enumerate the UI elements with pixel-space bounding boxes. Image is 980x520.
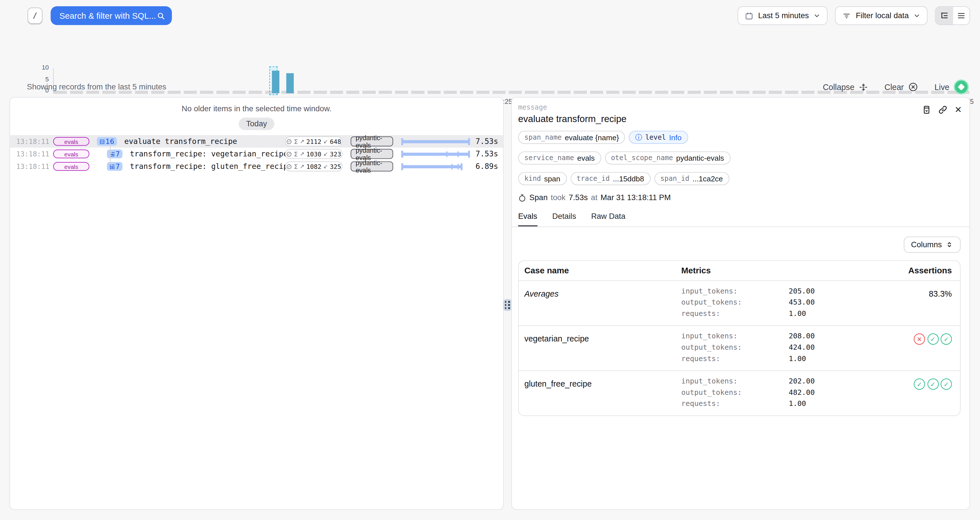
otel-scope-name-tag[interactable]: otel_scope_name pydantic-evals bbox=[605, 151, 730, 164]
token-usage-pill[interactable]: Σ ↗1082 ↙325 bbox=[285, 161, 342, 171]
tree-view-toggle[interactable] bbox=[936, 7, 953, 24]
timing-took-word: took bbox=[551, 193, 565, 202]
chevron-down-icon bbox=[814, 13, 820, 19]
level-tag[interactable]: ⓘ level Info bbox=[629, 131, 688, 144]
coin-icon bbox=[286, 151, 292, 157]
evals-table-header: Case name Metrics Assertions bbox=[519, 261, 960, 281]
header-case-name: Case name bbox=[519, 266, 681, 275]
metric-label: requests: bbox=[681, 309, 789, 318]
date-separator-pill: Today bbox=[239, 118, 275, 130]
collapse-button[interactable]: Collapse bbox=[823, 82, 868, 92]
token-usage-pill[interactable]: Σ ↗1030 ↙323 bbox=[285, 149, 342, 159]
tag-key: trace_id bbox=[576, 175, 610, 183]
top-bar: / Search & filter with SQL... Last 5 min… bbox=[0, 0, 980, 31]
arrow-up-right-icon: ↗ bbox=[300, 138, 305, 145]
live-indicator-icon[interactable] bbox=[954, 80, 969, 94]
metric-value: 1.00 bbox=[789, 355, 806, 363]
tree-connector bbox=[110, 145, 114, 166]
metric-value: 205.00 bbox=[789, 287, 815, 295]
evals-tag-badge[interactable]: evals bbox=[53, 162, 89, 171]
slash-shortcut-key[interactable]: / bbox=[27, 7, 43, 24]
assertion-pass-icon[interactable]: ✓ bbox=[927, 378, 939, 390]
sigma-icon: Σ bbox=[294, 163, 298, 170]
search-input[interactable]: Search & filter with SQL... bbox=[51, 6, 172, 25]
assertion-pass-icon[interactable]: ✓ bbox=[914, 378, 925, 390]
view-mode-toggle bbox=[935, 6, 970, 25]
header-metrics: Metrics bbox=[681, 266, 891, 275]
tag-value: ...1ca2ce bbox=[692, 174, 723, 183]
metric-label: output_tokens: bbox=[681, 343, 789, 352]
output-tokens: 323 bbox=[330, 150, 341, 157]
assertion-pass-icon[interactable]: ✓ bbox=[940, 378, 952, 390]
live-label: Live bbox=[934, 82, 950, 92]
span-name: evaluate transform_recipe bbox=[124, 137, 237, 146]
service-name-tag[interactable]: service_name evals bbox=[518, 151, 601, 164]
duration-bar bbox=[401, 150, 471, 158]
panel-resize-handle[interactable] bbox=[503, 299, 512, 311]
tab-details[interactable]: Details bbox=[552, 212, 576, 227]
duration-label: 6.89s bbox=[476, 162, 498, 171]
duration-bar bbox=[401, 138, 471, 145]
clear-label: Clear bbox=[885, 82, 904, 92]
metric-label: input_tokens: bbox=[681, 332, 789, 340]
row-timestamp: 13:18:11 bbox=[16, 163, 45, 171]
columns-button-label: Columns bbox=[911, 240, 942, 249]
input-tokens: 1030 bbox=[306, 150, 321, 157]
tab-evals[interactable]: Evals bbox=[518, 212, 537, 227]
trace-row-child[interactable]: 13:18:11 evals ⊞7 transform_recipe: vege… bbox=[10, 148, 503, 160]
trace-id-tag[interactable]: trace_id ...15ddb8 bbox=[570, 172, 650, 185]
search-icon bbox=[157, 12, 165, 20]
trace-list-panel: No older items in the selected time wind… bbox=[10, 97, 504, 510]
close-panel-icon[interactable]: ✕ bbox=[955, 104, 962, 114]
filter-local-data-select[interactable]: Filter local data bbox=[835, 6, 928, 25]
time-range-select[interactable]: Last 5 minutes bbox=[738, 6, 828, 25]
output-tokens: 325 bbox=[330, 163, 341, 170]
arrow-up-right-icon: ↗ bbox=[300, 151, 305, 157]
trace-row-root[interactable]: 13:18:11 evals ⊟16 evaluate transform_re… bbox=[10, 135, 503, 148]
row-timestamp: 13:18:11 bbox=[16, 137, 45, 146]
metric-label: requests: bbox=[681, 400, 789, 408]
span-name-tag[interactable]: span_name evaluate {name} bbox=[518, 131, 625, 144]
table-row-averages[interactable]: Averages input_tokens:205.00 output_toke… bbox=[519, 281, 960, 326]
y-axis-tick: 10 bbox=[31, 64, 49, 71]
assertion-pass-icon[interactable]: ✓ bbox=[940, 333, 952, 345]
assertion-fail-icon[interactable]: ✕ bbox=[914, 333, 925, 345]
tab-raw-data[interactable]: Raw Data bbox=[591, 212, 625, 227]
columns-button[interactable]: Columns bbox=[904, 236, 961, 253]
live-toggle[interactable]: Live bbox=[934, 80, 969, 94]
otel-scope-badge[interactable]: pydantic-evals bbox=[351, 137, 393, 146]
chevron-down-icon bbox=[914, 13, 920, 19]
chevron-up-down-icon bbox=[946, 241, 953, 248]
expand-children-toggle[interactable]: ⊞7 bbox=[107, 149, 123, 158]
child-count: 7 bbox=[115, 150, 120, 158]
table-row-case[interactable]: vegetarian_recipe input_tokens:208.00 ou… bbox=[519, 326, 960, 371]
otel-scope-badge[interactable]: pydantic-evals bbox=[351, 161, 393, 171]
metric-label: output_tokens: bbox=[681, 298, 789, 306]
otel-scope-badge[interactable]: pydantic-evals bbox=[351, 149, 393, 159]
empty-notice: No older items in the selected time wind… bbox=[10, 104, 503, 113]
expand-children-toggle[interactable]: ⊞7 bbox=[107, 162, 123, 171]
metric-value: 208.00 bbox=[789, 332, 815, 340]
table-row-case[interactable]: gluten_free_recipe input_tokens:202.00 o… bbox=[519, 371, 960, 415]
kind-tag[interactable]: kind span bbox=[518, 172, 566, 185]
tag-value: ...15ddb8 bbox=[613, 174, 644, 183]
copy-link-icon[interactable] bbox=[938, 105, 948, 114]
app-window: / Search & filter with SQL... Last 5 min… bbox=[0, 0, 980, 520]
metric-label: requests: bbox=[681, 355, 789, 363]
evals-tag-badge[interactable]: evals bbox=[53, 149, 89, 158]
trace-row-child[interactable]: 13:18:11 evals ⊞7 transform_recipe: glut… bbox=[10, 160, 503, 172]
span-name: transform_recipe: vegetarian_recipe bbox=[130, 150, 288, 158]
timing-duration: 7.53s bbox=[568, 193, 587, 202]
metric-value: 482.00 bbox=[789, 389, 815, 397]
span-id-tag[interactable]: span_id ...1ca2ce bbox=[654, 172, 729, 185]
case-name: gluten_free_recipe bbox=[519, 377, 681, 408]
clear-button[interactable]: Clear bbox=[885, 82, 918, 92]
assertion-pass-icon[interactable]: ✓ bbox=[927, 333, 939, 345]
tag-value: Info bbox=[669, 133, 681, 142]
token-usage-pill[interactable]: Σ ↗2112 ↙648 bbox=[285, 136, 342, 146]
list-view-toggle[interactable] bbox=[953, 7, 969, 24]
metric-label: output_tokens: bbox=[681, 389, 789, 397]
collapse-children-toggle[interactable]: ⊟16 bbox=[97, 137, 117, 146]
reader-mode-icon[interactable] bbox=[922, 105, 932, 114]
evals-tag-badge[interactable]: evals bbox=[53, 137, 89, 146]
